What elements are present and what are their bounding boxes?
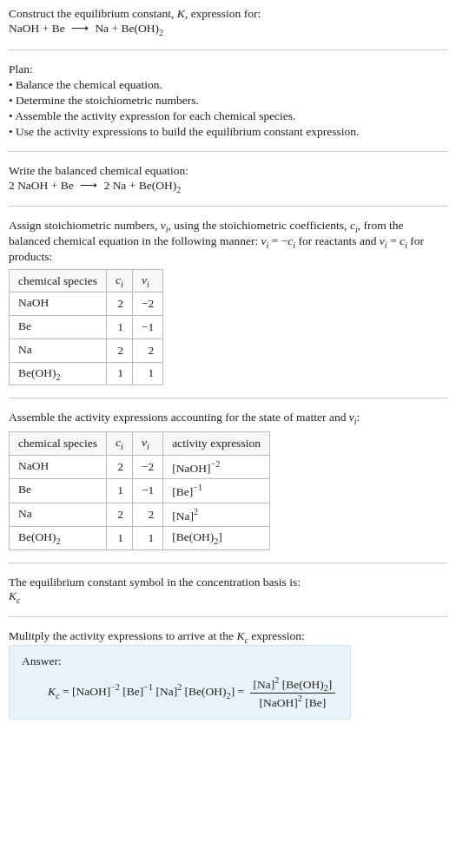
cell-ci: 1 [107,479,133,503]
divider [9,616,447,617]
product: Na [95,22,109,35]
kc-symbol: Kc [9,589,447,605]
balanced-heading: Write the balanced chemical equation: [9,164,447,178]
stoich-text: Assign stoichiometric numbers, νi, using… [9,219,447,263]
cell-activity: [NaOH]−2 [163,455,270,479]
cell-ci: 1 [107,316,133,339]
reactant: Be [52,22,65,35]
col-nui: νi [132,431,162,455]
divider [9,398,447,398]
divider [9,562,447,563]
cell-nui: 2 [132,339,162,362]
cell-ci: 2 [107,455,133,479]
cell-species: Be [10,479,107,503]
multiply-line: Mulitply the activity expressions to arr… [9,629,447,645]
cell-ci: 1 [107,527,133,550]
col-ci: ci [107,431,133,455]
table-row: Be(OH)2 1 1 [10,362,163,385]
product: Na [113,179,127,192]
plan-item: • Determine the stoichiometric numbers. [9,94,447,108]
answer-expression: Kc = [NaOH]−2 [Be]−1 [Na]2 [Be(OH)2] = [… [22,675,338,710]
col-nui: νi [132,269,162,293]
answer-box: Answer: Kc = [NaOH]−2 [Be]−1 [Na]2 [Be(O… [9,645,351,720]
activity-text: Assemble the activity expressions accoun… [9,411,447,426]
cell-activity: [Be]−1 [163,479,270,503]
balanced-equation: 2 NaOH + Be ⟶ 2 Na + Be(OH)2 [9,178,447,194]
cell-species: NaOH [10,293,107,316]
divider [9,206,447,207]
text: , expression for: [185,7,261,20]
table-header-row: chemical species ci νi activity expressi… [10,431,270,455]
arrow-icon: ⟶ [80,178,97,193]
cell-species: Na [10,339,107,362]
plan-list: • Balance the chemical equation. • Deter… [9,78,447,139]
reactant: NaOH [9,22,39,35]
cell-nui: −2 [132,293,162,316]
cell-nui: −1 [132,479,162,503]
plan-item: • Assemble the activity expression for e… [9,109,447,123]
plan-heading: Plan: [9,62,447,76]
cell-ci: 2 [107,293,133,316]
product: Be(OH)2 [139,179,182,192]
fraction: [Na]2 [Be(OH)2] [NaOH]2 [Be] [250,675,336,710]
activity-table: chemical species ci νi activity expressi… [9,431,270,550]
table-row: Be(OH)2 1 1 [Be(OH)2] [10,527,270,550]
basis-line: The equilibrium constant symbol in the c… [9,575,447,589]
cell-nui: 1 [132,362,162,385]
product: Be(OH)2 [122,22,164,35]
cell-ci: 2 [107,339,133,362]
table-row: NaOH 2 −2 [10,293,163,316]
cell-activity: [Be(OH)2] [163,527,270,550]
cell-ci: 1 [107,362,133,385]
text: + [109,22,121,35]
col-activity: activity expression [163,431,270,455]
prompt-line: Construct the equilibrium constant, K, e… [9,7,447,21]
cell-nui: −2 [132,455,162,479]
cell-species: NaOH [10,455,107,479]
table-row: Na 2 2 [Na]2 [10,503,270,527]
plan-item: • Balance the chemical equation. [9,78,447,92]
text: + [39,22,51,35]
unbalanced-equation: NaOH + Be ⟶ Na + Be(OH)2 [9,21,447,37]
cell-nui: −1 [132,316,162,339]
cell-species: Be(OH)2 [10,362,107,385]
coeff: 2 [9,179,17,192]
table-row: Na 2 2 [10,339,163,362]
reactant: NaOH [17,179,48,192]
reactant: Be [61,179,74,192]
answer-label: Answer: [22,654,338,668]
cell-ci: 2 [107,503,133,527]
arrow-icon: ⟶ [71,21,89,36]
cell-nui: 1 [132,527,162,550]
cell-species: Be [10,316,107,339]
col-species: chemical species [10,431,107,455]
plan-item: • Use the activity expressions to build … [9,125,447,139]
table-row: Be 1 −1 [Be]−1 [10,479,270,503]
text: Construct the equilibrium constant, [9,7,177,20]
cell-nui: 2 [132,503,162,527]
stoich-table: chemical species ci νi NaOH 2 −2 Be 1 −1… [9,269,163,385]
coeff: 2 [104,179,113,192]
cell-activity: [Na]2 [163,503,270,527]
col-species: chemical species [10,269,107,293]
col-ci: ci [107,269,133,293]
table-row: Be 1 −1 [10,316,163,339]
divider [9,49,447,50]
table-row: NaOH 2 −2 [NaOH]−2 [10,455,270,479]
text: + [126,179,138,192]
table-header-row: chemical species ci νi [10,269,163,293]
divider [9,151,447,152]
cell-species: Be(OH)2 [10,527,107,550]
cell-species: Na [10,503,107,527]
variable-k: K [177,7,185,20]
text: + [48,179,60,192]
